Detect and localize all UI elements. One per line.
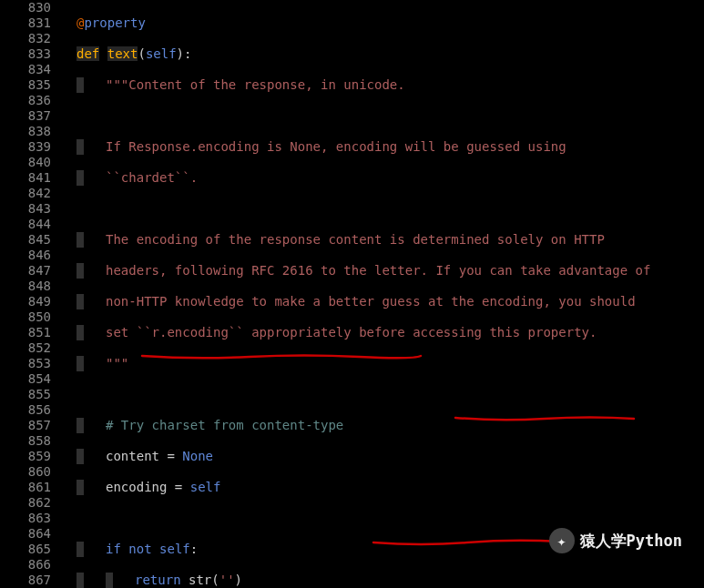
keyword-return: return — [135, 573, 181, 587]
line-number: 860 — [0, 464, 51, 480]
line-number: 848 — [0, 279, 51, 294]
keyword-if: if — [106, 542, 121, 556]
line-number: 835 — [0, 77, 51, 93]
docstring-close: """ — [106, 356, 128, 370]
decorator-name: property — [84, 15, 145, 30]
line-number: 852 — [0, 340, 51, 356]
wechat-icon: ✦ — [549, 528, 575, 553]
line-number: 843 — [0, 201, 51, 217]
line-number: 854 — [0, 371, 51, 387]
comment: # Try charset from content-type — [106, 418, 343, 432]
string-empty: '' — [219, 573, 235, 587]
docstring-line: The encoding of the response content is … — [106, 232, 605, 247]
docstring-line: headers, following RFC 2616 to the lette… — [106, 263, 650, 278]
line-gutter: 8308318328338348358368378388398408418428… — [0, 0, 62, 588]
code-editor[interactable]: 8308318328338348358368378388398408418428… — [0, 0, 704, 588]
self-ref: self — [190, 480, 221, 494]
line-number: 867 — [0, 573, 51, 588]
line-number: 833 — [0, 46, 51, 62]
docstring-line: """Content of the response, in unicode. — [106, 77, 405, 92]
watermark: ✦ 猿人学Python — [549, 528, 682, 553]
docstring-line: non-HTTP knowledge to make a better gues… — [106, 294, 636, 309]
param-self: self — [146, 46, 177, 61]
line-number: 830 — [0, 0, 51, 15]
line-number: 849 — [0, 294, 51, 309]
line-number: 862 — [0, 495, 51, 511]
keyword-not: not — [128, 542, 151, 556]
line-number: 866 — [0, 557, 51, 573]
line-number: 838 — [0, 124, 51, 139]
line-number: 855 — [0, 387, 51, 402]
code-area[interactable]: @property def text(self): """Content of … — [62, 0, 650, 588]
line-number: 836 — [0, 93, 51, 108]
line-number: 851 — [0, 325, 51, 340]
line-number: 858 — [0, 433, 51, 449]
call-str: str — [189, 573, 211, 587]
line-number: 842 — [0, 186, 51, 201]
line-number: 844 — [0, 217, 51, 232]
line-number: 834 — [0, 62, 51, 77]
line-number: 841 — [0, 170, 51, 186]
line-number: 857 — [0, 418, 51, 433]
line-number: 865 — [0, 542, 51, 557]
line-number: 853 — [0, 356, 51, 371]
line-number: 847 — [0, 263, 51, 279]
line-number: 864 — [0, 526, 51, 542]
func-name: text — [107, 46, 138, 61]
line-number: 839 — [0, 139, 51, 155]
line-number: 861 — [0, 480, 51, 495]
line-number: 837 — [0, 108, 51, 124]
line-number: 856 — [0, 402, 51, 418]
keyword-def: def — [77, 46, 99, 61]
line-number: 832 — [0, 31, 51, 46]
watermark-text: 猿人学Python — [580, 533, 682, 549]
line-number: 846 — [0, 248, 51, 263]
docstring-line: ``chardet``. — [106, 170, 198, 185]
line-number: 850 — [0, 309, 51, 325]
self-ref: self — [159, 542, 190, 556]
docstring-line: set ``r.encoding`` appropriately before … — [106, 325, 597, 340]
line-number: 840 — [0, 155, 51, 170]
keyword-none: None — [182, 449, 213, 463]
line-number: 845 — [0, 232, 51, 248]
stmt: content = — [106, 449, 182, 463]
docstring-line: If Response.encoding is None, encoding w… — [106, 139, 566, 154]
line-number: 863 — [0, 511, 51, 526]
line-number: 831 — [0, 15, 51, 31]
line-number: 859 — [0, 449, 51, 464]
stmt: encoding = — [106, 480, 190, 494]
